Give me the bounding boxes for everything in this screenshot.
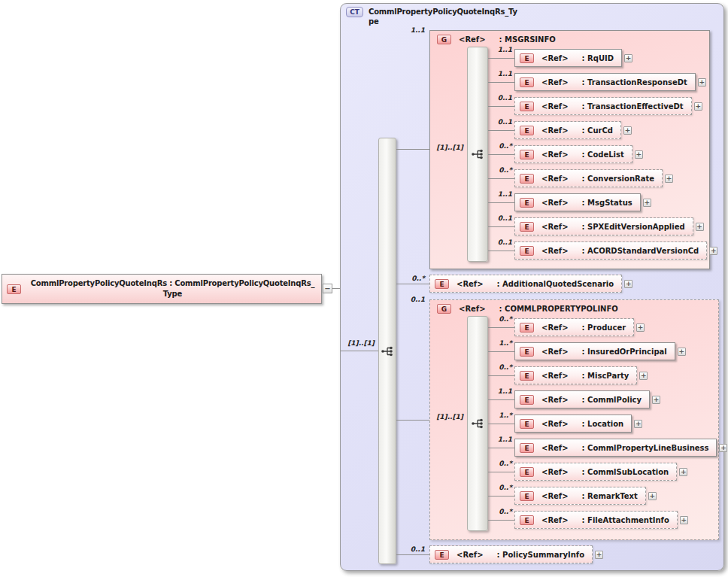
cardinality-label: 1..* bbox=[470, 340, 512, 347]
sequence-icon bbox=[471, 418, 484, 430]
element-box[interactable]: E <Ref> : TransactionEffectiveDt bbox=[514, 97, 692, 115]
element-box[interactable]: E <Ref> : ACORDStandardVersionCd bbox=[514, 241, 707, 260]
element-name: : MiscParty bbox=[582, 372, 629, 380]
element-name: : RqUID bbox=[582, 54, 614, 62]
expand-icon[interactable]: + bbox=[665, 175, 673, 183]
element-row: E <Ref> : PolicySummaryInfo + bbox=[429, 545, 603, 563]
element-name: : ConversionRate bbox=[582, 175, 654, 183]
element-badge: E bbox=[520, 53, 534, 63]
expand-icon[interactable]: + bbox=[698, 78, 706, 87]
expand-icon[interactable]: + bbox=[648, 492, 657, 500]
connector-line bbox=[396, 284, 429, 284]
element-name: : MsgStatus bbox=[582, 199, 632, 207]
element-name: : ACORDStandardVersionCd bbox=[582, 247, 699, 255]
connector-line bbox=[488, 448, 514, 448]
element-name: : TransactionResponseDt bbox=[582, 78, 687, 87]
element-name: : FileAttachmentInfo bbox=[582, 516, 669, 524]
element-box[interactable]: E <Ref> : FileAttachmentInfo bbox=[514, 511, 678, 529]
cardinality-label: 0..* bbox=[470, 484, 512, 491]
element-badge: E bbox=[435, 279, 449, 289]
element-box[interactable]: E <Ref> : CommlPropertyLineBusiness bbox=[514, 439, 717, 457]
element-badge: E bbox=[435, 550, 449, 560]
connector-line bbox=[488, 399, 514, 400]
cardinality-label: 0..* bbox=[470, 143, 512, 150]
cardinality-label: 0..* bbox=[470, 509, 512, 515]
cardinality-label: 0..* bbox=[470, 460, 512, 467]
sequence-cardinality: [1]..[1] bbox=[418, 414, 463, 421]
ref-label: <Ref> bbox=[541, 78, 569, 87]
element-row: 0..1 E <Ref> : SPXEditVersionApplied + bbox=[488, 217, 717, 235]
expand-icon[interactable]: + bbox=[624, 54, 632, 62]
element-box[interactable]: E <Ref> : MsgStatus bbox=[514, 193, 641, 211]
element-box[interactable]: E <Ref> : RqUID bbox=[514, 49, 622, 67]
group-children: 1..1 E <Ref> : RqUID + 1..1 E <Ref> : Tr… bbox=[488, 49, 717, 260]
element-box[interactable]: E <Ref> : TransactionResponseDt bbox=[514, 73, 696, 91]
element-badge: E bbox=[520, 395, 534, 405]
element-box[interactable]: E <Ref> : CurCd bbox=[514, 121, 621, 139]
ref-label: <Ref> bbox=[459, 35, 486, 44]
expand-icon[interactable]: + bbox=[709, 247, 717, 255]
element-box[interactable]: E <Ref> : CommlPolicy bbox=[514, 390, 650, 408]
element-badge: E bbox=[520, 419, 534, 429]
cardinality-label: 0..1 bbox=[377, 546, 425, 553]
element-badge: E bbox=[520, 198, 534, 208]
element-box[interactable]: E <Ref> : AdditionalQuotedScenario bbox=[429, 275, 622, 293]
ref-label: <Ref> bbox=[541, 372, 569, 380]
expand-icon[interactable]: + bbox=[652, 396, 660, 404]
sequence-icon bbox=[381, 345, 394, 357]
element-name: : CurCd bbox=[582, 126, 613, 135]
element-box[interactable]: E <Ref> : ConversionRate bbox=[514, 169, 663, 187]
expand-icon[interactable]: + bbox=[678, 348, 686, 356]
element-box[interactable]: E <Ref> : MiscParty bbox=[514, 366, 637, 384]
ref-label: <Ref> bbox=[459, 305, 486, 313]
collapse-icon[interactable]: − bbox=[323, 284, 332, 293]
expand-icon[interactable]: + bbox=[636, 323, 645, 332]
connector-line bbox=[396, 554, 429, 555]
root-element-box[interactable]: E CommlPropertyPolicyQuoteInqRs : CommlP… bbox=[2, 274, 322, 304]
expand-icon[interactable]: + bbox=[680, 516, 688, 524]
expand-icon[interactable]: + bbox=[623, 126, 632, 135]
cardinality-label: 0..1 bbox=[470, 215, 512, 222]
element-name: : CodeList bbox=[582, 150, 624, 159]
element-name: : AdditionalQuotedScenario bbox=[497, 280, 614, 288]
element-row: 0..1 E <Ref> : CurCd + bbox=[488, 121, 717, 139]
expand-icon[interactable]: + bbox=[694, 102, 702, 111]
ref-label: <Ref> bbox=[541, 102, 569, 111]
element-name: : InsuredOrPrincipal bbox=[582, 348, 667, 356]
element-box[interactable]: E <Ref> : CommlSubLocation bbox=[514, 463, 677, 481]
element-row: 0..* E <Ref> : ConversionRate + bbox=[488, 169, 717, 187]
expand-icon[interactable]: + bbox=[635, 150, 643, 159]
cardinality-label: 0..* bbox=[377, 275, 425, 282]
cardinality-label: 0..1 bbox=[470, 239, 512, 246]
expand-icon[interactable]: + bbox=[634, 420, 642, 428]
expand-icon[interactable]: + bbox=[624, 280, 632, 288]
ref-label: <Ref> bbox=[541, 492, 569, 500]
element-row: 1..1 E <Ref> : MsgStatus + bbox=[488, 193, 717, 211]
group-name: : MSGRSINFO bbox=[499, 35, 556, 44]
element-box[interactable]: E <Ref> : Producer bbox=[514, 318, 634, 336]
expand-icon[interactable]: + bbox=[639, 372, 648, 380]
element-row: 1..* E <Ref> : InsuredOrPrincipal + bbox=[488, 342, 727, 360]
expand-icon[interactable]: + bbox=[643, 199, 651, 207]
expand-icon[interactable]: + bbox=[595, 551, 603, 559]
element-box[interactable]: E <Ref> : InsuredOrPrincipal bbox=[514, 342, 675, 360]
connector-line bbox=[488, 226, 514, 227]
cardinality-label: 0..1 bbox=[470, 95, 512, 102]
connector-line bbox=[341, 351, 378, 351]
group-header: G <Ref> : MSGRSINFO bbox=[430, 31, 709, 44]
connector-line bbox=[488, 351, 514, 352]
cardinality-label: 1..1 bbox=[470, 47, 512, 53]
ref-label: <Ref> bbox=[541, 348, 569, 356]
complex-type-badge: CT bbox=[346, 7, 363, 17]
element-box[interactable]: E <Ref> : RemarkText bbox=[514, 487, 646, 505]
element-badge: E bbox=[520, 246, 534, 256]
expand-icon[interactable]: + bbox=[696, 223, 704, 231]
element-box[interactable]: E <Ref> : SPXEditVersionApplied bbox=[514, 217, 693, 235]
ref-label: <Ref> bbox=[541, 444, 569, 452]
expand-icon[interactable]: + bbox=[719, 444, 727, 452]
element-box[interactable]: E <Ref> : Location bbox=[514, 415, 632, 433]
expand-icon[interactable]: + bbox=[679, 468, 687, 476]
element-box[interactable]: E <Ref> : PolicySummaryInfo bbox=[429, 545, 593, 563]
element-name: : SPXEditVersionApplied bbox=[582, 223, 685, 231]
element-box[interactable]: E <Ref> : CodeList bbox=[514, 145, 632, 163]
